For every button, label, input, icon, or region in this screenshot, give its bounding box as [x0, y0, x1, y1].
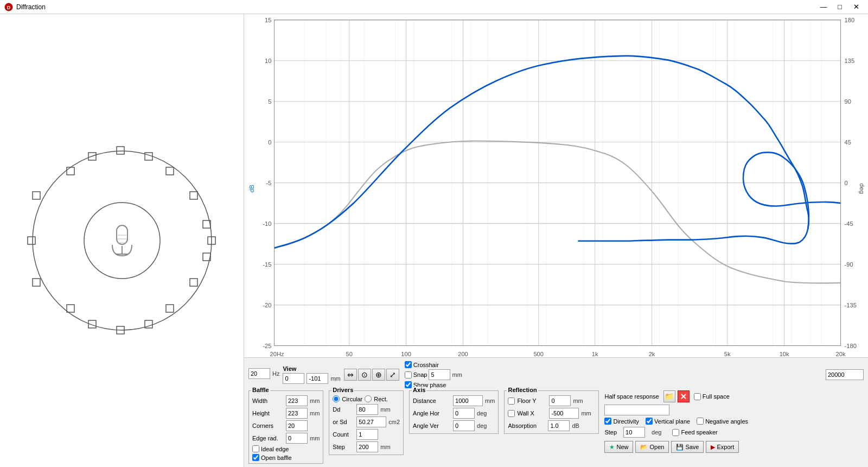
floor-y-unit: mm [573, 397, 583, 404]
show-phase-checkbox[interactable] [405, 381, 412, 388]
circular-label: Circular [342, 396, 362, 402]
vertical-plane-checkbox[interactable] [646, 418, 653, 425]
floor-y-label: Floor Y [517, 397, 547, 404]
angle-ver-input[interactable]: 0 [453, 420, 475, 431]
floor-y-input[interactable]: 0 [549, 395, 571, 406]
distance-unit: mm [485, 397, 495, 404]
hz-input[interactable]: 20 [248, 368, 270, 379]
half-space-open-button[interactable]: 📁 [663, 390, 675, 402]
width-input[interactable]: 223 [286, 395, 308, 406]
svg-text:45: 45 [845, 139, 851, 146]
wall-x-input[interactable]: -500 [549, 408, 579, 419]
save-label: Save [685, 444, 699, 450]
right-panel: 15 10 5 0 -5 -10 -15 -20 -25 dB 180 135 … [244, 14, 868, 467]
new-button[interactable]: ★ New [604, 441, 633, 453]
svg-text:200: 200 [458, 351, 468, 357]
step-label: Step [333, 444, 354, 450]
export-label: Export [717, 444, 734, 450]
sd-label: or Sd [333, 419, 354, 425]
svg-text:180: 180 [845, 17, 855, 23]
speaker-diagram [19, 137, 225, 344]
svg-text:-45: -45 [845, 220, 853, 227]
svg-text:-15: -15 [263, 261, 271, 268]
svg-text:0: 0 [268, 139, 271, 146]
full-space-checkbox[interactable] [694, 393, 701, 400]
view-x-input[interactable]: 0 [283, 373, 304, 384]
half-space-file-input[interactable] [604, 405, 669, 415]
minimize-button[interactable]: — [816, 2, 831, 12]
height-input[interactable]: 223 [286, 408, 308, 419]
svg-text:-10: -10 [263, 220, 271, 227]
circular-radio[interactable] [333, 395, 340, 402]
snap-value-input[interactable]: 5 [429, 369, 450, 380]
export-button[interactable]: ▶ Export [706, 441, 739, 453]
half-space-clear-button[interactable] [678, 390, 690, 402]
negative-angles-label: Negative angles [705, 418, 748, 425]
svg-text:-5: -5 [266, 180, 272, 186]
crosshair-row: Crosshair [405, 361, 462, 368]
edge-rad-input[interactable]: 0 [286, 433, 308, 444]
controls-row1: 20 Hz View 0 -101 mm ⇔ ⊙ ⊕ ⤢ [248, 361, 864, 388]
reset-button[interactable]: ⊙ [358, 369, 371, 381]
main-container: 15 10 5 0 -5 -10 -15 -20 -25 dB 180 135 … [0, 14, 868, 467]
count-input[interactable]: 1 [356, 429, 378, 440]
rect-label: Rect. [374, 396, 388, 402]
step-label2: Step [604, 429, 617, 436]
edge-rad-label: Edge rad. [252, 435, 284, 441]
floor-y-checkbox[interactable] [508, 397, 515, 405]
distance-input[interactable]: 1000 [453, 395, 483, 406]
frequency-chart: 15 10 5 0 -5 -10 -15 -20 -25 dB 180 135 … [244, 14, 868, 357]
dd-input[interactable]: 80 [356, 404, 378, 415]
app-icon: D [4, 3, 13, 11]
bottom-checkboxes-row: Directivity Vertical plane Negative angl… [604, 418, 864, 425]
absorption-input[interactable]: 1.0 [548, 420, 570, 431]
close-button[interactable]: ✕ [848, 2, 864, 12]
snap-checkbox[interactable] [405, 371, 412, 378]
svg-text:-90: -90 [845, 261, 853, 268]
directivity-checkbox[interactable] [604, 418, 611, 425]
half-space-label: Half space response [604, 393, 659, 400]
fit-button[interactable]: ⤢ [386, 369, 399, 381]
move-button[interactable]: ⇔ [344, 369, 357, 381]
step-value2[interactable]: 10 [623, 427, 645, 438]
wall-x-checkbox[interactable] [508, 410, 515, 417]
svg-text:0: 0 [845, 180, 848, 186]
new-icon: ★ [609, 444, 615, 451]
drivers-unit1: mm [380, 406, 390, 413]
step-unit: deg [652, 429, 661, 436]
height-label: Height [252, 410, 284, 416]
svg-text:500: 500 [533, 351, 544, 357]
step-input[interactable]: 200 [356, 441, 378, 452]
svg-text:dB: dB [248, 185, 255, 193]
svg-text:deg: deg [859, 184, 865, 194]
dd-label: Dd [333, 406, 354, 413]
svg-text:-135: -135 [845, 302, 857, 308]
svg-text:-180: -180 [845, 343, 857, 349]
open-button[interactable]: 📂 Open [635, 441, 669, 453]
absorption-label: Absorption [508, 422, 546, 429]
drivers-group: Drivers Circular Rect. Dd 80 mm or Sd [329, 390, 404, 455]
rect-radio[interactable] [365, 395, 372, 402]
view-y-input[interactable]: -101 [307, 373, 328, 384]
snap-unit: mm [452, 371, 462, 378]
negative-angles-checkbox[interactable] [697, 418, 704, 425]
save-button[interactable]: 💾 Save [671, 441, 704, 453]
svg-text:15: 15 [265, 17, 271, 23]
svg-text:10: 10 [265, 58, 271, 64]
crosshair-checkbox[interactable] [405, 361, 412, 368]
wall-x-label: Wall X [517, 410, 547, 416]
drivers-title: Drivers [331, 387, 354, 393]
ideal-edge-label: Ideal edge [261, 446, 289, 452]
feed-speaker-checkbox[interactable] [672, 429, 679, 436]
maximize-button[interactable]: □ [832, 2, 847, 12]
corners-input[interactable]: 20 [286, 420, 308, 431]
ideal-edge-checkbox[interactable] [252, 445, 259, 452]
freq-input[interactable]: 20000 [826, 369, 864, 380]
svg-text:-25: -25 [263, 343, 271, 349]
step-feedspeaker-row: Step 10 deg Feed speaker [604, 427, 864, 438]
view-toolbar: ⇔ ⊙ ⊕ ⤢ [344, 369, 399, 381]
angle-hor-input[interactable]: 0 [453, 408, 475, 419]
open-baffle-checkbox[interactable] [252, 454, 259, 461]
zoom-button[interactable]: ⊕ [372, 369, 385, 381]
sd-input[interactable]: 50.27 [356, 416, 386, 427]
